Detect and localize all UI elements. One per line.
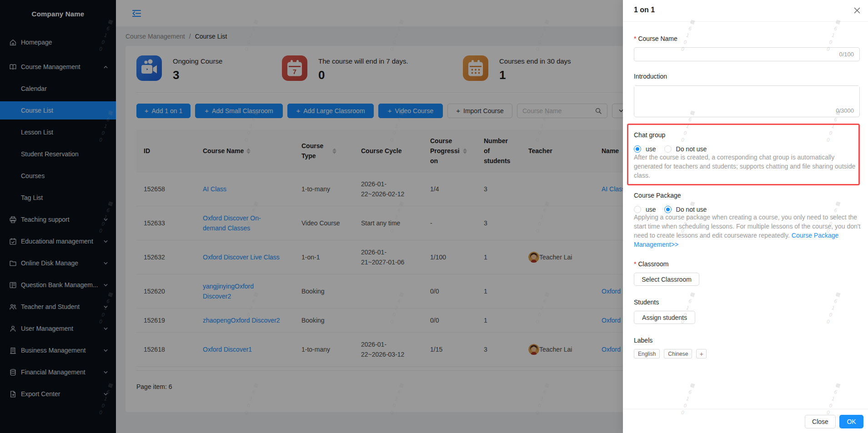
course-package-label: Course Package — [634, 190, 681, 200]
course-package-radio-do-not-use[interactable]: Do not use — [664, 206, 707, 213]
course-name-input-wrap: 0/100 — [634, 47, 860, 61]
chat-group-radio-group: useDo not use — [634, 144, 715, 154]
introduction-counter: 0/3000 — [836, 107, 854, 114]
introduction-textarea[interactable] — [634, 86, 859, 107]
drawer-title: 1 on 1 — [634, 6, 655, 14]
radio-label: use — [646, 145, 656, 153]
introduction-label: Introduction — [634, 71, 667, 81]
students-label: Students — [634, 297, 659, 307]
chat-group-description: After the course is created, a correspon… — [634, 153, 862, 180]
add-label-button[interactable]: + — [696, 349, 707, 358]
close-button[interactable]: Close — [805, 415, 836, 428]
drawer-header: 1 on 1 — [623, 0, 868, 22]
radio-label: Do not use — [676, 145, 707, 153]
radio-circle[interactable] — [664, 206, 672, 213]
classroom-label: Classroom — [634, 259, 668, 269]
radio-circle[interactable] — [634, 206, 641, 213]
assign-students-button[interactable]: Assign students — [634, 311, 695, 324]
radio-circle[interactable] — [664, 145, 672, 153]
label-tag-english[interactable]: English — [634, 349, 660, 358]
course-name-counter: 0/100 — [839, 51, 854, 58]
labels-label: Labels — [634, 335, 652, 345]
radio-circle[interactable] — [634, 145, 641, 153]
course-package-description: Applying a course package when creating … — [634, 213, 862, 249]
label-tag-chinese[interactable]: Chinese — [664, 349, 692, 358]
radio-label: use — [646, 206, 656, 213]
labels-tags-row: EnglishChinese+ — [634, 349, 707, 358]
drawer-1-on-1: 1 on 1 Course Name 0/100 Introduction 0/… — [623, 0, 868, 433]
chat-group-label: Chat group — [634, 130, 665, 140]
ok-button[interactable]: OK — [839, 415, 863, 428]
introduction-textarea-wrap: 0/3000 — [634, 85, 860, 117]
select-classroom-button[interactable]: Select Classroom — [634, 273, 699, 286]
close-icon[interactable] — [853, 7, 861, 14]
course-name-label: Course Name — [634, 34, 677, 44]
course-name-input[interactable] — [640, 51, 839, 58]
course-package-radio-use[interactable]: use — [634, 206, 656, 213]
drawer-footer: Close OK — [623, 409, 868, 433]
chat-group-radio-use[interactable]: use — [634, 145, 656, 153]
chat-group-radio-do-not-use[interactable]: Do not use — [664, 145, 707, 153]
radio-label: Do not use — [676, 206, 707, 213]
